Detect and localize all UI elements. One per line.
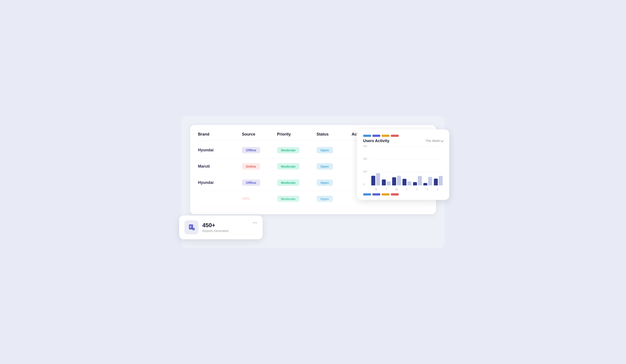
legend-dot-indigo [372, 135, 380, 137]
bar-light [407, 181, 411, 185]
bar-pair [423, 177, 432, 185]
reports-card: PDF 450+ Reports Generated ••• [179, 215, 263, 239]
source-badge: Offline [242, 179, 260, 186]
priority-badge: Moderate [277, 196, 300, 202]
source-badge: Offline [242, 147, 260, 153]
bar-pair [402, 179, 411, 185]
status-badge: Open [317, 196, 333, 202]
day-label: T [402, 188, 411, 191]
bar-dark [434, 179, 438, 185]
legend-dot-blue [363, 135, 371, 137]
bar-group [413, 176, 422, 185]
day-label: W [392, 188, 401, 191]
bar-light [397, 176, 401, 185]
bar-group [434, 176, 443, 185]
activity-header: Users Activity This Week [363, 139, 443, 143]
priority-cell: Moderate [277, 196, 317, 202]
activity-title: Users Activity [363, 139, 389, 143]
status-badge: Open [317, 147, 333, 153]
bar-dark [413, 182, 417, 185]
brand-cell: Hyundai [198, 180, 242, 185]
bar-light [428, 177, 432, 185]
priority-badge: Moderate [277, 147, 300, 153]
bar-light [387, 181, 391, 185]
source-cell [242, 197, 277, 201]
day-label: S [423, 188, 432, 191]
activity-card: Users Activity This Week 300 200 100 0 M… [357, 129, 449, 200]
status-cell: Open [317, 179, 352, 186]
bar-group [402, 179, 411, 185]
legend-dot-indigo-bottom [372, 193, 380, 196]
col-priority: Priority [277, 132, 317, 137]
bar-dark [382, 179, 386, 185]
bar-pair [371, 173, 380, 185]
day-label: T [382, 188, 391, 191]
bar-pair [382, 179, 391, 185]
bar-group [382, 179, 391, 185]
reports-count: 450+ [202, 222, 249, 229]
status-badge: Open [317, 163, 333, 170]
day-label: M [372, 188, 381, 191]
source-cell: Online [242, 163, 277, 170]
bar-light [418, 176, 422, 185]
legend-dots-bottom [363, 193, 443, 196]
reports-content: 450+ Reports Generated [202, 222, 249, 233]
col-source: Source [242, 132, 277, 137]
bar-dark [371, 176, 375, 185]
source-badge [242, 197, 250, 200]
bar-group [371, 173, 380, 185]
bar-group [392, 176, 401, 185]
bar-group [423, 177, 432, 185]
reports-menu-button[interactable]: ••• [252, 220, 257, 225]
svg-rect-4 [190, 227, 192, 227]
pdf-icon: PDF [188, 224, 195, 231]
week-label: This Week [426, 139, 440, 143]
week-selector[interactable]: This Week [426, 139, 443, 143]
svg-rect-5 [190, 228, 191, 228]
source-cell: Offline [242, 179, 277, 186]
source-cell: Offline [242, 147, 277, 153]
grid-label-200: 200 [363, 158, 367, 160]
bar-light [439, 176, 443, 185]
bar-pair [392, 176, 401, 185]
grid-label-0: 0 [363, 183, 364, 186]
bar-pair [413, 176, 422, 185]
chart-area: 300 200 100 0 MTWTFSS [363, 147, 443, 191]
status-cell: Open [317, 163, 352, 170]
legend-dot-red [391, 135, 399, 137]
day-labels: MTWTFSS [371, 188, 443, 191]
legend-dot-yellow [382, 135, 390, 137]
reports-icon-wrapper: PDF [184, 220, 198, 234]
status-cell: Open [317, 196, 352, 202]
chevron-down-icon [440, 139, 443, 142]
col-status: Status [317, 132, 352, 137]
grid-label-100: 100 [363, 170, 367, 173]
priority-badge: Moderate [277, 179, 300, 186]
priority-badge: Moderate [277, 163, 300, 170]
reports-label: Reports Generated [202, 229, 249, 233]
status-cell: Open [317, 147, 352, 153]
day-label: F [413, 188, 422, 191]
bar-dark [402, 179, 406, 185]
legend-dots-top [363, 135, 443, 137]
priority-cell: Moderate [277, 179, 317, 186]
status-badge: Open [317, 179, 333, 186]
priority-cell: Moderate [277, 147, 317, 153]
brand-cell: Maruti [198, 164, 242, 169]
col-brand: Brand [198, 132, 242, 137]
bar-dark [423, 183, 427, 185]
svg-rect-3 [190, 226, 192, 226]
bar-dark [392, 177, 396, 185]
bar-light [376, 173, 380, 185]
bar-pair [434, 176, 443, 185]
outer-container: Brand Source Priority Status Action Hyun… [181, 116, 445, 248]
legend-dot-yellow-bottom [382, 193, 390, 196]
grid-label-300: 300 [363, 145, 367, 147]
source-badge: Online [242, 163, 260, 170]
brand-cell: Hyundai [198, 148, 242, 153]
legend-dot-blue-bottom [363, 193, 371, 196]
priority-cell: Moderate [277, 163, 317, 170]
day-label: S [433, 188, 442, 191]
bars-container [371, 147, 443, 185]
legend-dot-red-bottom [391, 193, 399, 196]
